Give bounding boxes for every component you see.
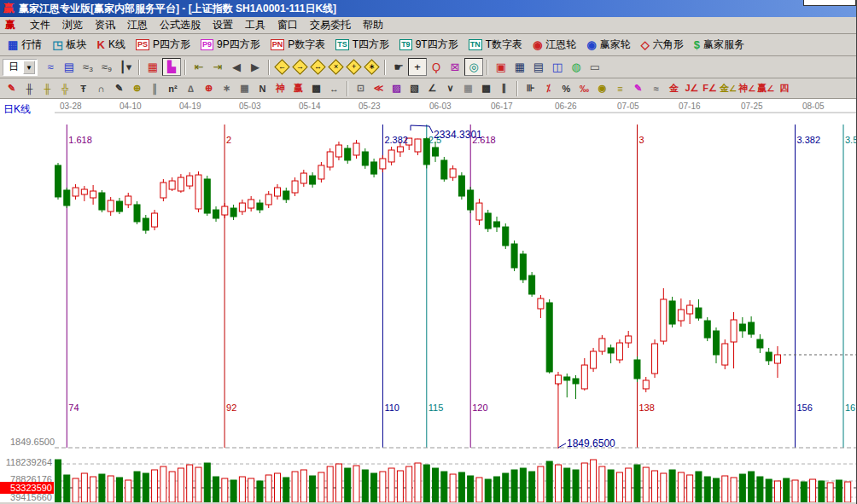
- 9p-square-button[interactable]: P99P四方形: [195, 36, 265, 55]
- draw-grid2-icon[interactable]: ▩: [307, 80, 325, 97]
- calendar-icon[interactable]: ▣: [492, 58, 510, 76]
- draw-angle-icon[interactable]: ∠: [423, 80, 441, 97]
- draw-f-angle-icon[interactable]: F∠: [701, 80, 719, 97]
- draw-note-pen-icon[interactable]: ✎: [629, 80, 647, 97]
- menu-item-7[interactable]: 窗口: [271, 18, 304, 32]
- draw-circle-lines-icon[interactable]: ⊕: [128, 80, 146, 97]
- menu-item-6[interactable]: 工具: [239, 18, 271, 32]
- draw-n2-icon[interactable]: n²: [164, 80, 182, 97]
- draw-grid4-icon[interactable]: ▩: [477, 80, 495, 97]
- draw-grid3-icon[interactable]: ▦: [459, 80, 477, 97]
- draw-vee-icon[interactable]: ∨: [441, 80, 459, 97]
- candle-body: [327, 152, 333, 167]
- draw-n-icon[interactable]: N: [254, 80, 271, 97]
- draw-shen-icon[interactable]: 神: [271, 80, 289, 97]
- color-chart-icon[interactable]: ▙: [162, 58, 181, 76]
- draw-grid-icon[interactable]: ▦: [236, 80, 254, 97]
- winner-service-button[interactable]: $赢家服务: [689, 36, 749, 55]
- trend-sketch-icon[interactable]: ≈: [41, 58, 60, 76]
- menu-item-5[interactable]: 设置: [207, 18, 239, 32]
- menu-item-9[interactable]: 帮助: [357, 18, 389, 32]
- volume-bar: [64, 475, 70, 502]
- first-page-icon[interactable]: ⇤: [189, 58, 208, 76]
- draw-j-angle-icon[interactable]: J∠: [683, 80, 701, 97]
- web-icon[interactable]: ◍: [567, 58, 586, 76]
- draw-gold-circle-icon[interactable]: ◉: [593, 80, 611, 97]
- draw-angle-ruler-icon[interactable]: ∆: [182, 80, 200, 97]
- draw-gann-grid-icon[interactable]: ╫: [20, 80, 38, 97]
- diamond-x-button[interactable]: ×: [327, 58, 345, 76]
- draw-pct-icon[interactable]: %: [557, 80, 575, 97]
- sectors-button[interactable]: ◳板块: [47, 36, 91, 55]
- draw-win-icon[interactable]: 赢: [289, 80, 307, 97]
- kline-chart[interactable]: 03-2804-1004-1905-0305-1405-2306-0306-17…: [0, 99, 857, 502]
- draw-gold-grid-icon[interactable]: ╫: [38, 80, 56, 97]
- quotes-button[interactable]: ▦行情: [3, 36, 47, 55]
- menu-item-1[interactable]: 浏览: [56, 18, 89, 32]
- draw-pen2-icon[interactable]: ✎: [110, 80, 128, 97]
- kline-button[interactable]: KK线: [92, 36, 131, 55]
- draw-fan-box-icon[interactable]: ▨: [388, 80, 405, 97]
- candle-style-icon[interactable]: ┃▾: [116, 58, 135, 76]
- draw-target-icon[interactable]: ⊕: [200, 80, 218, 97]
- diamond-left-button[interactable]: ←: [273, 58, 291, 76]
- diamond-hspread-button[interactable]: ↔: [309, 58, 327, 76]
- prev-page-icon[interactable]: ◀: [227, 58, 246, 76]
- hand-tool-icon[interactable]: ☛: [389, 58, 408, 76]
- draw-gold-angle-icon[interactable]: 金∠: [719, 80, 737, 97]
- diamond-right-button[interactable]: →: [291, 58, 309, 76]
- draw-box-lines-icon[interactable]: ▧: [405, 80, 423, 97]
- draw-star-icon[interactable]: ∗: [218, 80, 236, 97]
- net-tool-icon[interactable]: ⊠: [446, 58, 464, 76]
- 9t-square-button[interactable]: T99T四方形: [394, 36, 463, 55]
- next-page-icon[interactable]: ▶: [246, 58, 265, 76]
- ma3-icon[interactable]: ≈₃: [79, 58, 97, 76]
- draw-four-icon[interactable]: 四: [775, 80, 793, 97]
- menu-item-8[interactable]: 交易委托: [304, 18, 357, 32]
- diamond-star-button[interactable]: ∗: [363, 58, 381, 76]
- calculator-icon[interactable]: ▦: [510, 58, 529, 76]
- draw-box-icon[interactable]: ⊡: [352, 80, 370, 97]
- draw-arc-icon[interactable]: ∩: [92, 80, 110, 97]
- t-square-button[interactable]: TST四方形: [330, 36, 394, 55]
- draw-fan-icon[interactable]: ≪: [370, 80, 388, 97]
- draw-wave-icon[interactable]: ≈: [647, 80, 665, 97]
- p-table-button[interactable]: PNP数字表: [265, 36, 331, 55]
- draw-pct-line-icon[interactable]: ‰: [575, 80, 593, 97]
- crosshair-tool-icon[interactable]: +: [408, 58, 427, 76]
- last-page-icon[interactable]: ⇥: [208, 58, 227, 76]
- print-icon[interactable]: ▭: [586, 58, 604, 76]
- menu-item-4[interactable]: 公式选股: [154, 18, 207, 32]
- t-table-button[interactable]: TNT数字表: [463, 36, 528, 55]
- draw-gold-line-icon[interactable]: ≡: [611, 80, 629, 97]
- gann-grid-icon[interactable]: ▦: [143, 58, 162, 76]
- ma9-icon[interactable]: ≈₉: [97, 58, 116, 76]
- draw-ruler-icon[interactable]: ⊪: [522, 80, 539, 97]
- brain-tool-icon[interactable]: ◎: [464, 58, 483, 76]
- menu-item-3[interactable]: 江恩: [121, 18, 154, 32]
- chevron-down-icon[interactable]: ▼: [23, 61, 35, 74]
- info-note-icon[interactable]: ▤: [60, 58, 79, 76]
- draw-pct-red-icon[interactable]: ⁒: [539, 80, 557, 97]
- menu-item-2[interactable]: 资讯: [89, 18, 121, 32]
- draw-width-icon[interactable]: ↔: [325, 80, 343, 97]
- draw-f-grid-icon[interactable]: Ŧ: [74, 80, 92, 97]
- period-select[interactable]: 日▼: [3, 59, 38, 76]
- p-square-button[interactable]: PSP四方形: [131, 36, 195, 55]
- chart-area[interactable]: 日K线 03-2804-1004-1905-0305-1405-2306-030…: [0, 99, 857, 502]
- notebook-icon[interactable]: ▤: [529, 58, 548, 76]
- draw-parallel-icon[interactable]: ∥: [495, 80, 513, 97]
- winner-wheel-button[interactable]: ◉赢家轮: [581, 36, 635, 55]
- hexagon-button[interactable]: ◇六角形: [636, 36, 689, 55]
- draw-gold-grid2-icon[interactable]: ╬: [56, 80, 74, 97]
- draw-lines-icon[interactable]: ║: [146, 80, 164, 97]
- draw-shen-angle-icon[interactable]: 神∠: [737, 80, 756, 97]
- draw-pen-icon[interactable]: ✎: [3, 80, 20, 97]
- gann-wheel-button[interactable]: ◉江恩轮: [528, 36, 581, 55]
- zoom-tool-icon[interactable]: Ϙ: [427, 58, 446, 76]
- diamond-plus-button[interactable]: +: [345, 58, 363, 76]
- save-icon[interactable]: ◫: [548, 58, 567, 76]
- draw-win-angle-icon[interactable]: 赢∠: [756, 80, 775, 97]
- menu-item-0[interactable]: 文件: [24, 18, 56, 32]
- draw-gold-red-icon[interactable]: 金: [665, 80, 683, 97]
